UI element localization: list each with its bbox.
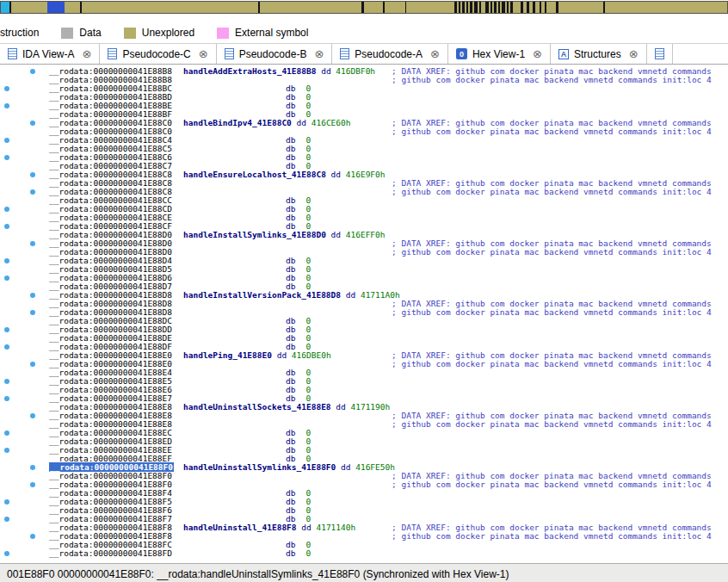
symbol-name[interactable]: handleInstallVersionPack_41E88D8 xyxy=(183,290,341,300)
navband-mark xyxy=(383,2,385,13)
navband-mark xyxy=(479,2,481,13)
tab-pseudocode-a[interactable]: Pseudocode-A⊗ xyxy=(332,44,448,64)
xref-comment[interactable]: ; github com docker pinata mac backend v… xyxy=(392,76,712,84)
gutter-dot xyxy=(4,207,9,212)
navband-mark xyxy=(1,2,9,13)
tab-close-icon[interactable]: ⊗ xyxy=(199,48,208,59)
legend-swatch xyxy=(217,28,229,39)
tab-pseudocode-c[interactable]: Pseudocode-C⊗ xyxy=(100,44,216,64)
navband-mark xyxy=(466,2,468,13)
offset-value[interactable]: 416DBE0h xyxy=(292,350,331,360)
offset-value[interactable]: 416FE50h xyxy=(355,462,395,472)
navband-mark xyxy=(533,2,535,13)
pseudocode-c-icon xyxy=(108,48,117,59)
offset-value[interactable]: 4171190h xyxy=(350,402,390,412)
offset-value[interactable]: 416DBF0h xyxy=(336,66,375,76)
tab-close-icon[interactable]: ⊗ xyxy=(629,48,639,59)
legend-item: Data xyxy=(61,27,101,39)
gutter-dot xyxy=(4,258,9,263)
symbol-name[interactable]: handleUninstallSockets_41E88E8 xyxy=(183,402,331,412)
navband-mark xyxy=(545,2,546,13)
legend-item: Unexplored xyxy=(124,27,194,39)
navband-mark xyxy=(485,2,489,13)
gutter-dot xyxy=(4,396,9,401)
legend-label: Data xyxy=(79,27,101,39)
navband-mark xyxy=(498,2,500,13)
gutter-dot xyxy=(30,241,35,246)
offset-value[interactable]: 416E9F0h xyxy=(346,170,386,179)
offset-value[interactable]: 4171140h xyxy=(316,523,355,532)
navigation-band[interactable] xyxy=(0,1,728,14)
gutter-dot xyxy=(30,310,35,315)
gutter-dot xyxy=(4,499,9,505)
navband-mark xyxy=(405,2,406,13)
navband-mark xyxy=(521,2,523,13)
gutter-dot xyxy=(30,189,35,195)
offset-value[interactable]: 416EFF0h xyxy=(346,230,386,239)
data-keyword: dd xyxy=(341,290,361,300)
tab-close-icon[interactable]: ⊗ xyxy=(314,48,324,59)
gutter-dot xyxy=(30,362,35,367)
symbol-name[interactable]: handleAddExtraHosts_41E88B8 xyxy=(183,66,316,76)
gutter-dot xyxy=(30,413,35,418)
address: __rodata:00000000041E88FD xyxy=(49,549,183,558)
tab-structures[interactable]: AStructures⊗ xyxy=(551,44,647,64)
pseudocode-a-icon xyxy=(340,48,349,59)
symbol-name[interactable]: handleUninstall_41E88F8 xyxy=(183,523,297,532)
navband-mark xyxy=(502,2,505,13)
xref-comment[interactable]: ; github com docker pinata mac backend v… xyxy=(392,127,712,136)
navband-mark xyxy=(494,2,497,13)
legend-swatch xyxy=(61,28,73,39)
disassembly-listing[interactable]: __rodata:00000000041E88B8handleAddExtraH… xyxy=(45,65,728,563)
disassembly-view-icon xyxy=(8,48,17,59)
tab-close-icon[interactable]: ⊗ xyxy=(533,48,542,59)
status-bar: 001E88F0 00000000041E88F0: __rodata:hand… xyxy=(0,563,728,582)
symbol-name[interactable]: handleInstallSymlinks_41E88D0 xyxy=(183,230,326,239)
tab-pseudocode-b[interactable]: Pseudocode-B⊗ xyxy=(217,44,333,64)
xref-comment[interactable]: ; github com docker pinata mac backend v… xyxy=(392,188,712,196)
symbol-name[interactable]: handleUninstallSymlinks_41E88F0 xyxy=(183,462,336,472)
navband-mark xyxy=(507,2,509,13)
tab-next-view[interactable] xyxy=(647,44,673,64)
tab-label: Pseudocode-A xyxy=(355,48,423,60)
gutter-dot xyxy=(4,517,9,522)
tab-hex-view-1[interactable]: 0Hex View-1⊗ xyxy=(448,44,551,64)
xref-comment[interactable]: ; github com docker pinata mac backend v… xyxy=(392,308,712,317)
tab-ida-view-a[interactable]: IDA View-A⊗ xyxy=(0,44,100,64)
navband-mark xyxy=(459,2,460,13)
gutter-dot xyxy=(30,121,35,126)
gutter-dot xyxy=(4,155,9,160)
tab-close-icon[interactable]: ⊗ xyxy=(430,48,440,59)
asm-line[interactable]: __rodata:00000000041E88FDdb0 xyxy=(45,549,728,558)
xref-comment[interactable]: ; github com docker pinata mac backend v… xyxy=(392,248,712,257)
gutter-dot xyxy=(4,551,9,556)
xref-comment[interactable]: ; github com docker pinata mac backend v… xyxy=(392,480,712,489)
gutter-dot xyxy=(30,172,35,177)
tab-label: Hex View-1 xyxy=(472,48,525,60)
gutter-dot xyxy=(30,293,35,298)
gutter-dot xyxy=(30,465,35,470)
gutter-dot xyxy=(4,276,9,281)
status-text: 001E88F0 00000000041E88F0: __rodata:hand… xyxy=(7,568,509,580)
navband-mark xyxy=(474,2,478,13)
gutter-dot xyxy=(4,103,9,108)
gutter-dot xyxy=(4,430,9,436)
offset-value[interactable]: 416CE60h xyxy=(312,118,351,127)
symbol-name[interactable]: handlePing_41E88E0 xyxy=(183,350,272,360)
color-legend: structionDataUnexploredExternal symbol xyxy=(0,16,728,43)
xref-comment[interactable]: ; github com docker pinata mac backend v… xyxy=(392,420,712,429)
tab-label: IDA View-A xyxy=(22,48,74,60)
navband-mark xyxy=(361,2,364,13)
symbol-name[interactable]: handleEnsureLocalhost_41E88C8 xyxy=(183,170,326,179)
gutter-dot xyxy=(4,327,9,332)
legend-item: External symbol xyxy=(217,27,308,39)
xref-comment[interactable]: ; github com docker pinata mac backend v… xyxy=(392,360,712,368)
navband-mark xyxy=(462,2,465,13)
symbol-name[interactable]: handleBindIpv4_41E88C0 xyxy=(183,118,292,127)
xref-comment[interactable]: ; github com docker pinata mac backend v… xyxy=(392,532,712,541)
navband-mark xyxy=(47,2,65,13)
disassembly-view: __rodata:00000000041E88B8handleAddExtraH… xyxy=(0,65,728,563)
navband-mark xyxy=(80,2,82,13)
tab-close-icon[interactable]: ⊗ xyxy=(82,48,91,59)
gutter-dot xyxy=(4,138,9,143)
